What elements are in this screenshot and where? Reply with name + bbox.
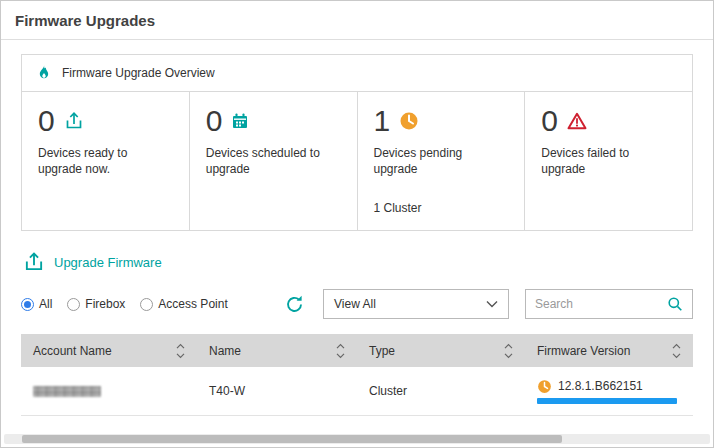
devices-table: Account Name Name Type Firmware Version	[21, 334, 693, 416]
chevron-down-icon	[486, 300, 498, 308]
cell-name: T40-W	[197, 384, 357, 398]
column-header-account-name[interactable]: Account Name	[21, 334, 197, 367]
cell-firmware-version: 12.8.1.B662151	[525, 379, 693, 404]
upgrade-progress-bar	[537, 398, 677, 404]
stat-scheduled-value: 0	[206, 106, 223, 136]
horizontal-scrollbar[interactable]	[4, 434, 710, 444]
warning-icon	[567, 112, 587, 130]
search-icon[interactable]	[667, 296, 683, 312]
stat-ready-label: Devices ready to upgrade now.	[38, 145, 173, 177]
view-filter-value: View All	[334, 297, 376, 311]
overview-stats: 0 Devices ready to upgrade now. 0 Device…	[22, 92, 692, 230]
firmware-version-text: 12.8.1.B662151	[558, 379, 643, 393]
page-title: Firmware Upgrades	[1, 1, 713, 39]
sort-icon[interactable]	[672, 343, 681, 359]
column-header-type[interactable]: Type	[357, 334, 525, 367]
pending-icon	[399, 111, 419, 131]
overview-card-header: Firmware Upgrade Overview	[22, 55, 692, 92]
stat-failed-label: Devices failed to upgrade	[541, 145, 676, 177]
refresh-button[interactable]	[284, 294, 305, 315]
stat-pending: 1 Devices pending upgrade 1 Cluster	[357, 92, 525, 230]
refresh-icon	[284, 294, 305, 315]
pending-icon	[537, 379, 552, 394]
stat-failed: 0 Devices failed to upgrade	[524, 92, 692, 230]
stat-failed-value: 0	[541, 106, 558, 136]
cell-account-name	[21, 386, 197, 397]
sort-icon[interactable]	[336, 343, 345, 359]
radio-access-point-control[interactable]	[140, 298, 153, 311]
calendar-icon	[231, 112, 249, 130]
radio-firebox[interactable]: Firebox	[67, 297, 125, 311]
redacted-account-name	[33, 386, 101, 397]
stat-pending-sub: 1 Cluster	[374, 201, 509, 215]
stat-ready-value: 0	[38, 106, 55, 136]
sort-icon[interactable]	[504, 343, 513, 359]
radio-firebox-control[interactable]	[67, 298, 80, 311]
column-header-name[interactable]: Name	[197, 334, 357, 367]
filter-row: All Firebox Access Point View All	[21, 289, 693, 319]
sort-icon[interactable]	[176, 343, 185, 359]
upgrade-firmware-label: Upgrade Firmware	[54, 255, 162, 270]
stat-pending-label: Devices pending upgrade	[374, 145, 509, 177]
stat-ready: 0 Devices ready to upgrade now.	[22, 92, 189, 230]
radio-firebox-label: Firebox	[85, 297, 125, 311]
device-type-radios: All Firebox Access Point	[21, 297, 228, 311]
table-header-row: Account Name Name Type Firmware Version	[21, 334, 693, 367]
view-filter-dropdown[interactable]: View All	[323, 289, 509, 319]
search-input[interactable]	[535, 297, 667, 311]
header-divider	[1, 39, 713, 40]
firmware-overview-card: Firmware Upgrade Overview 0 Devices read…	[21, 54, 693, 231]
stat-scheduled-label: Devices scheduled to upgrade	[206, 145, 341, 177]
upgrade-firmware-button[interactable]: Upgrade Firmware	[23, 251, 713, 273]
radio-all-label: All	[39, 297, 52, 311]
radio-access-point-label: Access Point	[158, 297, 227, 311]
horizontal-scrollbar-thumb[interactable]	[22, 435, 562, 443]
stat-scheduled: 0 Devices scheduled to upgrade	[189, 92, 357, 230]
column-header-firmware-version[interactable]: Firmware Version	[525, 334, 693, 367]
upload-icon	[64, 111, 84, 131]
cell-type: Cluster	[357, 384, 525, 398]
stat-pending-value: 1	[374, 106, 391, 136]
flame-icon	[36, 64, 52, 82]
radio-all-control[interactable]	[21, 298, 34, 311]
radio-access-point[interactable]: Access Point	[140, 297, 227, 311]
radio-all[interactable]: All	[21, 297, 52, 311]
upload-icon	[23, 251, 45, 273]
search-box	[525, 289, 693, 319]
overview-card-title: Firmware Upgrade Overview	[62, 66, 215, 80]
firmware-upgrades-page: Firmware Upgrades Firmware Upgrade Overv…	[0, 0, 714, 448]
table-row[interactable]: T40-W Cluster 12.8.1.B662151	[21, 367, 693, 416]
